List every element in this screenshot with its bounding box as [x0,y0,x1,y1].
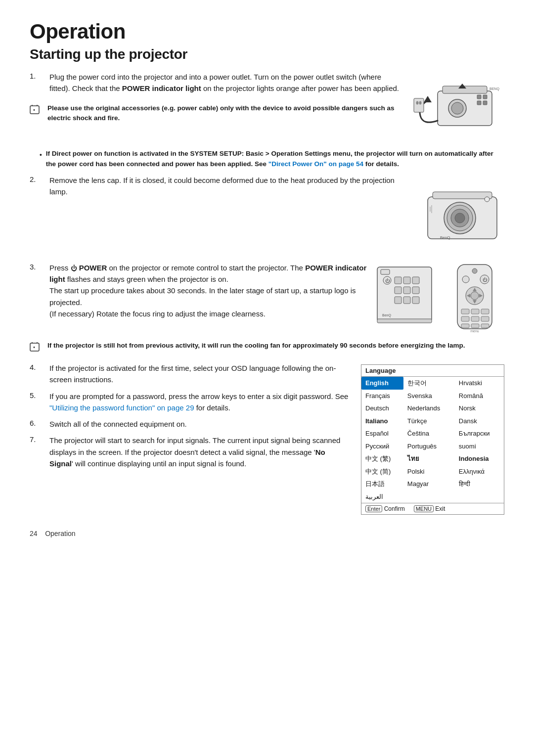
bullet-dot: • [40,150,42,160]
direct-power-link[interactable]: "Direct Power On" on page 54 [268,160,363,168]
svg-rect-37 [403,297,410,304]
table-row: 中文 (简) Polski Ελληνικά [361,465,504,478]
lang-polish: Polski [403,465,455,478]
lang-thai: ไทย [403,452,455,465]
lang-czech: Čeština [403,427,455,440]
lang-indonesia: Indonesia [455,452,504,465]
lang-hindi: हिन्दी [455,478,504,490]
step-3-images: BenQ ⏻ ⏻ [375,262,504,334]
lang-turkish: Türkçe [403,415,455,428]
svg-text:⏻: ⏻ [385,278,390,283]
svg-marker-12 [424,96,432,102]
lang-bulgarian: Български [455,427,504,440]
svg-text:menu: menu [470,329,479,333]
svg-rect-32 [412,277,419,284]
svg-rect-11 [483,101,487,105]
lang-croatian: Hrvatski [455,377,504,390]
step-3-row: 3. Press ⏻ POWER on the projector or rem… [30,262,504,334]
table-row: Русский Português suomi [361,440,504,453]
step-4-text: If the projector is activated for the fi… [49,362,349,386]
exit-label: MENU Exit [414,505,445,512]
step-1-number: 1. [30,71,49,80]
svg-rect-30 [395,277,401,284]
step-5: 5. If you are prompted for a password, p… [30,391,349,414]
lang-english: English [361,377,403,390]
lang-spanish: Español [361,427,403,440]
svg-rect-33 [395,287,401,294]
svg-rect-58 [471,316,479,321]
step-4: 4. If the projector is activated for the… [30,362,349,386]
lower-steps-section: Language English 한국어 Hrvatski Français S… [30,362,504,515]
svg-point-25 [485,197,490,202]
step-6-number: 6. [30,418,49,427]
lang-italian: Italiano [361,415,403,428]
lang-russian: Русский [361,440,403,453]
lang-empty-1 [403,490,455,503]
password-link[interactable]: "Utilizing the password function" on pag… [49,403,194,412]
lang-swedish: Svenska [403,390,455,402]
svg-text:BenQ: BenQ [382,313,391,317]
lang-greek: Ελληνικά [455,465,504,478]
step-2: 2. Remove the lens cap. If it is closed,… [30,175,401,198]
note-1-text: Please use the original accessories (e.g… [47,103,401,124]
note-accessories: • Please use the original accessories (e… [30,103,401,124]
step-1-text: Plug the power cord into the projector a… [49,71,401,94]
lang-finnish: suomi [455,440,504,453]
svg-point-23 [455,213,465,223]
svg-rect-61 [471,324,479,328]
step-1-row: 1. Plug the power cord into the projecto… [30,71,504,142]
footer-section-label: Operation [45,530,75,537]
svg-point-7 [451,102,463,114]
lang-chinese-simp: 中文 (简) [361,465,403,478]
svg-rect-57 [461,316,469,321]
step-6-text: Switch all of the connected equipment on… [49,418,349,430]
enter-key-badge: Enter [365,505,382,512]
svg-rect-56 [481,309,489,314]
section-title: Starting up the projector [30,46,504,62]
page-footer: 24 Operation [30,530,504,537]
svg-rect-38 [412,297,419,304]
svg-rect-31 [403,277,410,284]
step-2-row: 2. Remove the lens cap. If it is closed,… [30,175,504,255]
step-2-text: Remove the lens cap. If it is closed, it… [49,175,401,198]
table-row: Français Svenska Română [361,390,504,402]
menu-key-badge: MENU [414,505,434,512]
lang-romanian: Română [455,390,504,402]
svg-rect-40 [377,319,432,323]
svg-rect-29 [381,269,390,274]
page-title: Operation [30,20,504,44]
svg-point-47 [462,276,469,283]
note-icon-3: • [30,342,44,356]
step-3-number: 3. [30,262,49,271]
svg-text:⏻: ⏻ [483,277,488,282]
lang-arabic: العربية [361,490,403,503]
lang-japanese: 日本語 [361,478,403,490]
svg-rect-60 [461,324,469,328]
svg-rect-36 [395,297,401,304]
lang-chinese-trad: 中文 (繁) [361,452,403,465]
note-icon-1: • [30,104,44,118]
svg-rect-10 [477,101,481,105]
step-5-number: 5. [30,391,49,400]
svg-rect-55 [471,309,479,314]
lang-korean: 한국어 [403,377,455,390]
svg-rect-59 [481,316,489,321]
step-3: 3. Press ⏻ POWER on the projector or rem… [30,262,367,319]
lang-danish: Dansk [455,415,504,428]
svg-rect-19 [433,192,492,199]
svg-rect-54 [461,309,469,314]
table-row: Deutsch Nederlands Norsk [361,402,504,415]
step-6: 6. Switch all of the connected equipment… [30,418,349,430]
table-row: English 한국어 Hrvatski [361,377,504,390]
step-3-text: Press ⏻ POWER on the projector or remote… [49,262,367,319]
svg-text:BENQ: BENQ [490,87,499,91]
svg-rect-13 [414,98,424,112]
language-table-header: Language [361,365,504,377]
language-grid: English 한국어 Hrvatski Français Svenska Ro… [361,377,504,503]
lang-german: Deutsch [361,402,403,415]
language-footer: Enter Confirm MENU Exit [361,503,504,514]
lang-dutch: Nederlands [403,402,455,415]
table-row: Italiano Türkçe Dansk [361,415,504,428]
step-3-remote-image: ⏻ m [447,262,504,334]
step-3-projector-image: BenQ ⏻ [375,262,442,334]
